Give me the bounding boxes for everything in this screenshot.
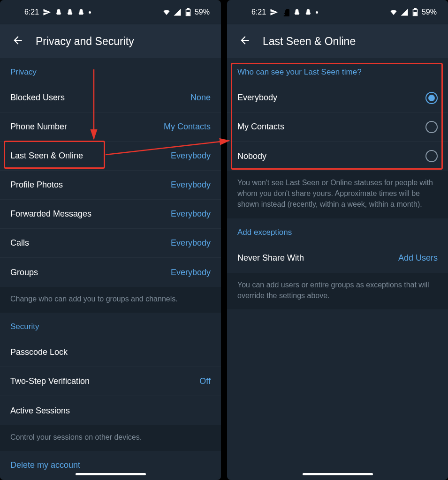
telegram-send-icon [270, 8, 278, 16]
row-profile-photos[interactable]: Profile Photos Everybody [0, 171, 221, 200]
row-calls[interactable]: Calls Everybody [0, 229, 221, 258]
security-section-header: Security [0, 313, 221, 338]
who-can-see-header: Who can see your Last Seen time? [227, 58, 448, 83]
status-battery-text: 59% [195, 8, 210, 16]
option-label: Everybody [237, 93, 277, 103]
row-value: Everybody [171, 268, 211, 278]
row-last-seen-online[interactable]: Last Seen & Online Everybody [0, 142, 221, 171]
row-two-step-verification[interactable]: Two-Step Verification Off [0, 367, 221, 396]
option-label: My Contacts [237, 122, 284, 132]
nav-bar-pill [303, 473, 373, 475]
option-label: Nobody [237, 151, 266, 161]
row-label: Last Seen & Online [10, 151, 83, 161]
row-passcode-lock[interactable]: Passcode Lock [0, 338, 221, 367]
who-can-see-footer: You won't see Last Seen or Online status… [227, 171, 448, 218]
row-value: Everybody [171, 151, 211, 161]
status-battery-text: 59% [422, 8, 437, 16]
back-button[interactable] [235, 31, 255, 52]
row-value: Everybody [171, 209, 211, 219]
status-bar: 6:21 59% [0, 0, 221, 24]
svg-rect-5 [413, 12, 417, 15]
row-label: Groups [10, 268, 38, 278]
delete-account-link[interactable]: Delete my account [0, 451, 221, 480]
row-label: Passcode Lock [10, 347, 68, 357]
wifi-icon [389, 8, 398, 16]
row-forwarded-messages[interactable]: Forwarded Messages Everybody [0, 200, 221, 229]
nav-bar-pill [76, 473, 146, 475]
row-label: Phone Number [10, 122, 67, 132]
wifi-icon [162, 8, 171, 16]
telegram-send-icon [43, 8, 51, 16]
row-label: Active Sessions [10, 406, 70, 416]
row-label: Profile Photos [10, 180, 63, 190]
snapchat-icon [282, 8, 289, 16]
svg-rect-2 [186, 12, 190, 15]
row-label: Blocked Users [10, 93, 65, 103]
right-phone-screen: 6:21 59% Last Seen & Online Who can see … [227, 0, 448, 480]
status-time: 6:21 [251, 8, 266, 16]
left-phone-screen: 6:21 59% Privacy and Security [0, 0, 221, 480]
status-time: 6:21 [24, 8, 39, 16]
privacy-section-header: Privacy [0, 58, 221, 83]
radio-icon [425, 150, 438, 162]
exceptions-header: Add exceptions [227, 218, 448, 244]
option-my-contacts[interactable]: My Contacts [227, 112, 448, 142]
arrow-left-icon [12, 34, 24, 48]
privacy-section-footer: Change who can add you to groups and cha… [0, 287, 221, 313]
option-nobody[interactable]: Nobody [227, 142, 448, 171]
status-dot-icon [316, 11, 318, 14]
snapchat-icon [66, 8, 74, 16]
security-section-footer: Control your sessions on other devices. [0, 425, 221, 451]
row-active-sessions[interactable]: Active Sessions [0, 396, 221, 425]
exceptions-section: Add exceptions Never Share With Add User… [227, 218, 448, 273]
who-can-see-section: Who can see your Last Seen time? Everybo… [227, 58, 448, 171]
row-label: Forwarded Messages [10, 209, 91, 219]
exceptions-footer: You can add users or entire groups as ex… [227, 273, 448, 309]
svg-rect-4 [414, 8, 417, 9]
row-value: Everybody [171, 238, 211, 248]
app-header: Privacy and Security [0, 24, 221, 58]
battery-icon [411, 8, 419, 16]
row-groups[interactable]: Groups Everybody [0, 258, 221, 287]
status-bar: 6:21 59% [227, 0, 448, 24]
app-header: Last Seen & Online [227, 24, 448, 58]
back-button[interactable] [8, 31, 28, 52]
cell-signal-icon [400, 8, 409, 16]
row-value: None [190, 93, 211, 103]
page-title: Privacy and Security [36, 35, 134, 48]
row-value: Add Users [398, 253, 438, 263]
radio-icon [425, 121, 438, 133]
row-label: Two-Step Verification [10, 376, 90, 386]
row-label: Never Share With [237, 253, 304, 263]
row-never-share-with[interactable]: Never Share With Add Users [227, 244, 448, 273]
snapchat-icon [77, 8, 85, 16]
security-section: Security Passcode Lock Two-Step Verifica… [0, 313, 221, 425]
row-value: Everybody [171, 180, 211, 190]
cell-signal-icon [173, 8, 182, 16]
radio-icon [425, 92, 438, 104]
row-blocked-users[interactable]: Blocked Users None [0, 83, 221, 112]
option-everybody[interactable]: Everybody [227, 83, 448, 112]
svg-rect-1 [187, 8, 190, 9]
arrow-left-icon [239, 34, 251, 48]
row-phone-number[interactable]: Phone Number My Contacts [0, 112, 221, 142]
snapchat-icon [293, 8, 301, 16]
row-value: Off [199, 376, 211, 386]
row-value: My Contacts [164, 122, 211, 132]
status-dot-icon [89, 11, 91, 14]
snapchat-icon [55, 8, 62, 16]
privacy-section: Privacy Blocked Users None Phone Number … [0, 58, 221, 287]
snapchat-icon [304, 8, 312, 16]
battery-icon [184, 8, 192, 16]
row-label: Calls [10, 238, 29, 248]
page-title: Last Seen & Online [263, 35, 356, 48]
